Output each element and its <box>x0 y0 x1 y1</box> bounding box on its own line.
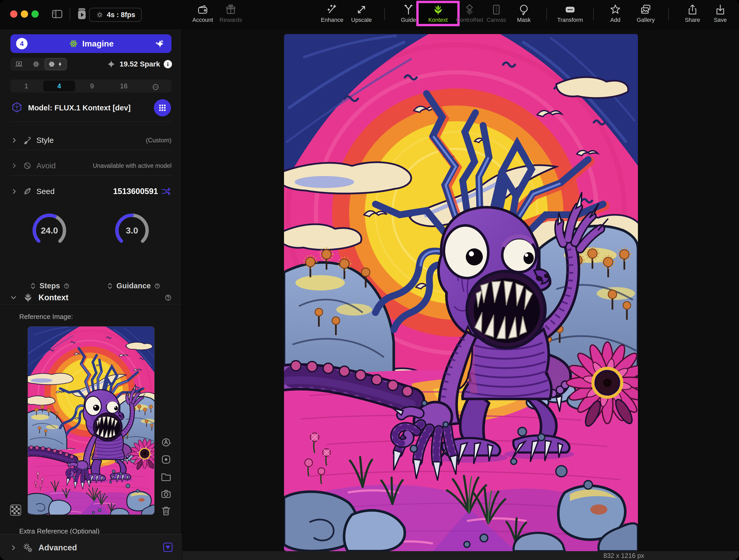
toolbar-item-enhance[interactable]: Enhance <box>316 3 348 23</box>
sparkles-icon <box>154 38 165 50</box>
photos-icon <box>630 3 662 16</box>
gift-icon <box>214 3 247 16</box>
batch-option-16[interactable]: 16 <box>108 82 140 90</box>
spark-balance: 19.52 Spark <box>120 60 160 68</box>
toolbar-item-share[interactable]: Share <box>677 3 709 23</box>
chevron-right-icon[interactable] <box>9 544 18 552</box>
info-icon[interactable]: i <box>164 60 172 68</box>
batch-count-badge: 4 <box>16 38 27 49</box>
trash-icon[interactable] <box>160 505 172 517</box>
chevron-right-icon <box>10 162 18 170</box>
advanced-footer-panel: Advanced <box>0 534 182 560</box>
dots-card-icon <box>554 3 586 16</box>
camera-icon[interactable] <box>160 488 172 500</box>
seed-value[interactable]: 1513600591 <box>113 187 158 196</box>
close-window-button[interactable] <box>10 10 17 18</box>
steps-knob-label: Steps <box>29 282 70 290</box>
toolbar-item-upscale[interactable]: Upscale <box>345 3 378 23</box>
app-window: 4s : 8fps Account Rewards Enhance Upscal… <box>0 0 739 560</box>
transparency-checkerboard-icon[interactable] <box>9 504 22 516</box>
avoid-label: Avoid <box>36 161 56 170</box>
help-icon[interactable] <box>153 282 161 290</box>
gear-icon <box>95 10 104 19</box>
chevron-down-icon[interactable] <box>9 294 18 302</box>
batch-more-icon[interactable] <box>140 80 171 91</box>
model-row[interactable]: Model: FLUX.1 Kontext [dev] <box>10 100 171 116</box>
auto-caption-icon[interactable] <box>160 436 172 448</box>
wallet-icon <box>186 3 219 16</box>
share-up-icon <box>677 3 709 16</box>
toolbar-item-mask[interactable]: Mask <box>508 3 540 23</box>
seed-section-row[interactable]: Seed 1513600591 <box>10 184 171 199</box>
reference-image-thumbnail[interactable] <box>27 326 155 515</box>
atom-icon <box>68 38 79 49</box>
kontext-section-header[interactable]: Kontext <box>9 292 172 304</box>
video-clapper-icon[interactable] <box>76 8 88 20</box>
batch-option-9[interactable]: 9 <box>76 82 108 90</box>
style-section-row[interactable]: Style (Custom) <box>10 133 171 148</box>
local-compute-segment[interactable] <box>10 58 27 71</box>
stepper-icon[interactable] <box>29 282 37 290</box>
video-settings-pill[interactable]: 4s : 8fps <box>89 8 142 22</box>
shuffle-seed-icon[interactable] <box>161 186 171 197</box>
imagine-button[interactable]: 4 Imagine <box>10 34 171 53</box>
image-size-label: 832 x 1216 px <box>603 552 644 559</box>
brush-icon <box>22 135 32 145</box>
model-cube-icon <box>10 101 23 114</box>
compute-mode-segmented-control[interactable] <box>10 58 67 71</box>
model-label: Model: FLUX.1 Kontext [dev] <box>28 104 131 112</box>
tulip-icon <box>22 292 34 304</box>
avoid-section-row: Avoid Unavailable with active model <box>10 158 171 174</box>
generated-image[interactable] <box>284 34 638 551</box>
star-icon <box>599 3 631 16</box>
model-browser-button[interactable] <box>154 99 171 116</box>
save-down-icon <box>704 3 736 16</box>
folder-icon[interactable] <box>160 471 172 483</box>
style-value: (Custom) <box>146 137 171 144</box>
kontext-section-label: Kontext <box>38 293 68 302</box>
chevron-right-icon[interactable] <box>10 188 18 195</box>
toolbar-item-gallery[interactable]: Gallery <box>630 3 662 23</box>
toolbar-item-rewards: Rewards <box>214 3 247 23</box>
toolbar-item-save[interactable]: Save <box>704 3 736 23</box>
toolbar-item-transform[interactable]: Transform <box>554 3 586 23</box>
titlebar: 4s : 8fps Account Rewards Enhance Upscal… <box>0 0 739 29</box>
spark-balance-row: 19.52 Spark i <box>107 58 172 71</box>
fast-cloud-compute-segment[interactable] <box>45 58 66 70</box>
advanced-label: Advanced <box>38 543 77 552</box>
tulip-icon <box>432 4 445 16</box>
batch-size-selector[interactable]: 1 4 9 16 <box>10 79 171 92</box>
advanced-toggle-button[interactable] <box>163 543 172 552</box>
steps-knob[interactable]: 24.0 <box>29 210 70 251</box>
guidance-knob-label: Guidance <box>106 282 161 290</box>
gears-icon <box>22 542 34 554</box>
zoom-window-button[interactable] <box>31 10 39 18</box>
reference-image-label: Reference Image: <box>19 313 73 321</box>
style-label: Style <box>36 136 54 145</box>
magic-wand-icon <box>316 3 348 16</box>
sidebar: 4 Imagine 19.52 Spark i 1 4 9 16 Mod <box>0 29 182 560</box>
steps-value: 24.0 <box>29 210 70 251</box>
cloud-compute-segment[interactable] <box>27 58 45 71</box>
resize-arrows-icon <box>345 3 378 16</box>
toggle-sidebar-icon[interactable] <box>51 8 63 20</box>
triangle-down-icon <box>165 546 170 549</box>
help-icon[interactable] <box>164 293 172 302</box>
help-icon[interactable] <box>62 282 70 290</box>
toolbar-item-add[interactable]: Add <box>599 3 631 23</box>
imagine-label: Imagine <box>83 39 114 48</box>
minimize-window-button[interactable] <box>21 10 28 18</box>
toolbar-item-account[interactable]: Account <box>186 3 219 23</box>
focus-center-icon[interactable] <box>160 453 172 465</box>
toolbar-item-kontext-highlighted[interactable]: Kontext <box>416 1 460 26</box>
extra-reference-label-clipped: Extra Reference (Optional) <box>19 527 100 534</box>
avoid-unavailable-text: Unavailable with active model <box>93 162 171 169</box>
batch-option-1[interactable]: 1 <box>10 82 42 90</box>
advanced-section-row[interactable]: Advanced <box>9 542 77 554</box>
guidance-value: 3.0 <box>111 210 153 251</box>
guidance-knob[interactable]: 3.0 <box>111 210 153 251</box>
batch-option-4-selected[interactable]: 4 <box>43 80 75 91</box>
spark-icon <box>107 59 116 69</box>
stepper-icon[interactable] <box>106 282 114 290</box>
chevron-right-icon[interactable] <box>10 136 18 144</box>
